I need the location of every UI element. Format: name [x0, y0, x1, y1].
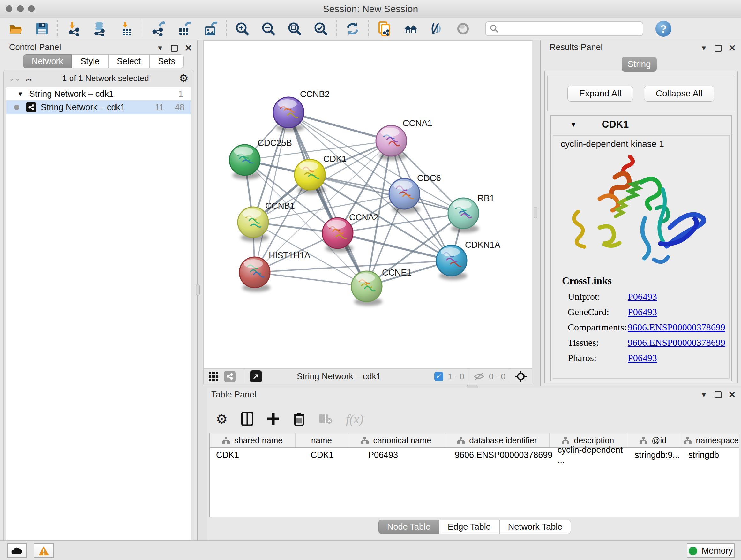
expand-all-button[interactable]: Expand All — [567, 85, 633, 102]
network-node-ccnb2[interactable]: CCNB2 — [273, 89, 329, 132]
import-network-file-icon[interactable] — [66, 21, 81, 36]
tab-select[interactable]: Select — [108, 54, 149, 68]
cell-database-identifier: 9606.ENSP00000378699 — [446, 448, 551, 462]
toolbar-separator — [142, 20, 142, 37]
search-field[interactable] — [485, 21, 643, 36]
refresh-view-icon[interactable] — [345, 21, 360, 36]
column-header-name[interactable]: name — [295, 433, 348, 447]
table-panel-title: Table Panel — [211, 390, 256, 400]
memory-label: Memory — [702, 546, 733, 556]
close-panel-icon[interactable]: ✕ — [729, 43, 736, 53]
close-panel-icon[interactable]: ✕ — [729, 389, 736, 400]
import-network-database-icon[interactable] — [92, 21, 107, 36]
home-icon[interactable] — [403, 21, 418, 36]
hide-glasses-icon[interactable] — [429, 21, 444, 36]
protein-details: cyclin-dependent kinase 1 — [553, 135, 730, 379]
network-options-gear-icon[interactable]: ⚙ — [179, 72, 189, 84]
export-image-icon[interactable] — [203, 21, 218, 36]
network-edge-hist1h1a-ccne1[interactable] — [255, 272, 367, 287]
hidden-eye-icon[interactable] — [474, 372, 484, 381]
cloud-button[interactable] — [7, 543, 27, 558]
network-collection-row[interactable]: ▼ String Network – cdk1 1 — [6, 87, 191, 100]
warnings-button[interactable] — [34, 543, 54, 558]
birdseye-view-icon[interactable] — [250, 370, 262, 382]
column-header-description[interactable]: description — [549, 433, 626, 447]
protein-section-header[interactable]: ▼ CDK1 — [551, 116, 731, 133]
tab-edge-table[interactable]: Edge Table — [439, 520, 499, 534]
zoom-out-icon[interactable] — [261, 21, 276, 36]
network-node-cdkn1a[interactable]: CDKN1A — [436, 240, 500, 280]
compartments-link[interactable]: 9606.ENSP00000378699 — [628, 322, 725, 333]
close-panel-icon[interactable]: ✕ — [185, 43, 192, 53]
add-column-icon[interactable] — [267, 413, 280, 425]
expand-all-networks-icon[interactable]: ︽ — [25, 73, 32, 83]
network-edge-ccnb2-ccne1[interactable] — [288, 112, 367, 287]
memory-status-dot — [689, 547, 697, 555]
tab-string[interactable]: String — [622, 57, 657, 71]
float-panel-icon[interactable] — [715, 45, 722, 52]
network-node-cdk1[interactable]: CDK1 — [294, 154, 347, 194]
zoom-selected-icon[interactable] — [313, 21, 328, 36]
tissues-link[interactable]: 9606.ENSP00000378699 — [628, 337, 725, 348]
network-node-rb1[interactable]: RB1 — [448, 193, 494, 233]
collapse-all-networks-icon[interactable]: ⌄⌄ — [9, 74, 20, 83]
network-node-ccna1[interactable]: CCNA1 — [376, 118, 432, 160]
tab-sets[interactable]: Sets — [149, 54, 184, 68]
zoom-in-icon[interactable] — [235, 21, 250, 36]
network-canvas[interactable]: CCNB2CCNA1CDC25BCDK1CDC6RB1CCNB1CCNA2CDK… — [203, 40, 532, 368]
network-node-cdc6[interactable]: CDC6 — [389, 173, 441, 213]
duplicate-network-icon[interactable] — [377, 21, 392, 36]
share-view-icon[interactable] — [224, 371, 235, 382]
collapse-panel-icon[interactable]: ▼ — [157, 44, 164, 52]
network-edge-ccnb2-hist1h1a[interactable] — [255, 112, 288, 272]
network-node-ccne1[interactable]: CCNE1 — [351, 267, 411, 306]
cell-description: cyclin-dependent ... — [551, 448, 628, 462]
left-splitter-handle[interactable] — [196, 284, 200, 296]
collapse-panel-icon[interactable]: ▼ — [700, 44, 708, 52]
node-label-cdc25b: CDC25B — [258, 138, 292, 148]
column-header-database-identifier[interactable]: database identifier — [445, 433, 550, 447]
help-button[interactable]: ? — [656, 21, 671, 37]
collapse-panel-icon[interactable]: ▼ — [700, 391, 708, 399]
section-collapse-icon[interactable]: ▼ — [570, 120, 577, 129]
crosslinks-heading: CrossLinks — [562, 275, 725, 287]
fit-selected-crosshair-icon[interactable] — [515, 370, 527, 382]
float-panel-icon[interactable] — [715, 391, 722, 398]
toolbar-separator — [336, 20, 337, 37]
network-row[interactable]: String Network – cdk1 11 48 — [6, 100, 191, 114]
tab-network[interactable]: Network — [23, 54, 72, 68]
memory-button[interactable]: Memory — [687, 543, 735, 558]
selected-checkbox-icon[interactable]: ✓ — [434, 372, 443, 381]
uniprot-link[interactable]: P06493 — [628, 291, 657, 302]
open-session-icon[interactable] — [8, 21, 23, 36]
protein-structure-image — [561, 151, 721, 272]
tree-expand-icon[interactable]: ▼ — [17, 90, 23, 98]
collapse-all-button[interactable]: Collapse All — [644, 85, 714, 102]
eye-icon[interactable] — [456, 21, 470, 36]
tab-style[interactable]: Style — [72, 54, 108, 68]
genecard-link[interactable]: P06493 — [628, 307, 657, 317]
export-table-icon[interactable] — [177, 21, 192, 36]
save-session-icon[interactable] — [35, 21, 49, 36]
crosslinks-section: CrossLinks Uniprot:P06493 GeneCard:P0649… — [562, 275, 725, 363]
right-splitter-handle[interactable] — [534, 207, 537, 219]
zoom-fit-icon[interactable] — [287, 21, 302, 36]
tab-node-table[interactable]: Node Table — [379, 520, 439, 534]
column-header-shared-name[interactable]: shared name — [210, 433, 295, 447]
pharos-link[interactable]: P06493 — [628, 353, 657, 363]
column-header-id[interactable]: @id — [626, 433, 680, 447]
float-panel-icon[interactable] — [171, 45, 178, 52]
table-row[interactable]: CDK1 CDK1 P06493 9606.ENSP00000378699 cy… — [210, 448, 739, 462]
export-network-icon[interactable] — [151, 21, 165, 36]
network-node-ccnb1[interactable]: CCNB1 — [238, 201, 294, 242]
grid-view-icon[interactable] — [209, 372, 218, 381]
tab-network-table[interactable]: Network Table — [499, 520, 571, 534]
delete-column-trash-icon[interactable] — [293, 412, 305, 426]
column-header-canonical-name[interactable]: canonical name — [348, 433, 445, 447]
search-input[interactable] — [499, 24, 639, 34]
import-table-file-icon[interactable] — [119, 21, 133, 36]
show-columns-icon[interactable] — [241, 412, 253, 426]
column-header-namespace[interactable]: namespace — [680, 433, 739, 447]
table-options-gear-icon[interactable]: ⚙ — [216, 411, 228, 427]
cell-name: CDK1 — [296, 448, 348, 462]
